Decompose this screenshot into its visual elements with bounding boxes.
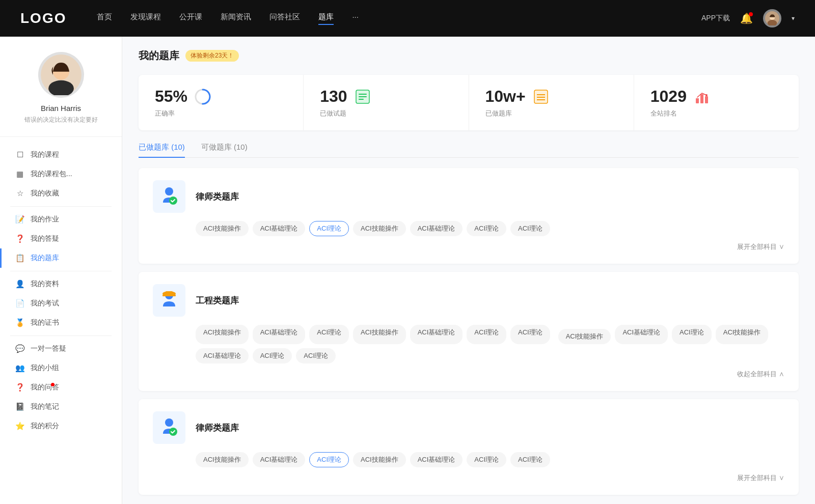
notes-icon: 📓: [15, 402, 24, 411]
sidebar-item-certificate[interactable]: 🏅 我的证书: [0, 313, 122, 332]
questions-icon: ❓: [15, 383, 24, 392]
qbank-tags-lawyer-2: ACI技能操作 ACI基础理论 ACI理论 ACI技能操作 ACI基础理论 AC…: [153, 452, 784, 467]
nav-questionbank[interactable]: 题库: [318, 12, 334, 25]
tag-eng-2[interactable]: ACI理论: [309, 325, 349, 344]
tag-eng-13[interactable]: ACI理论: [296, 348, 336, 363]
stat-label-bd: 已做题库: [485, 109, 617, 118]
tag-lawyer2-6[interactable]: ACI理论: [510, 452, 550, 467]
svg-point-29: [165, 418, 173, 427]
sidebar-item-mycourse[interactable]: ☐ 我的课程: [0, 145, 122, 164]
tag-eng-11[interactable]: ACI基础理论: [196, 348, 249, 363]
sidebar-item-questions[interactable]: ❓ 我的问答: [0, 378, 122, 397]
sidebar-item-qa[interactable]: ❓ 我的答疑: [0, 229, 122, 248]
nav-home[interactable]: 首页: [97, 12, 112, 25]
svg-rect-20: [700, 94, 703, 103]
sidebar-item-questionbank[interactable]: 📋 我的题库: [0, 248, 122, 268]
stats-row: 55% 正确率 130: [139, 75, 799, 130]
stat-questions-done: 130 已做试题: [304, 75, 469, 130]
sidebar-item-coursepackage[interactable]: ▦ 我的课程包...: [0, 164, 122, 184]
tag-lawyer1-6[interactable]: ACI理论: [510, 221, 550, 236]
nav-qa[interactable]: 问答社区: [269, 12, 300, 25]
logo: LOGO: [20, 10, 66, 26]
expand-btn-lawyer-2[interactable]: 展开全部科目 ∨: [737, 473, 784, 483]
tag-lawyer1-1[interactable]: ACI基础理论: [253, 221, 306, 236]
svg-rect-19: [696, 98, 699, 103]
tab-available[interactable]: 可做题库 (10): [201, 143, 248, 157]
page-header: 我的题库 体验剩余23天！: [139, 49, 799, 63]
tag-lawyer1-3[interactable]: ACI技能操作: [353, 221, 406, 236]
tag-lawyer1-2[interactable]: ACI理论: [309, 221, 349, 236]
tag-eng-4[interactable]: ACI基础理论: [410, 325, 463, 344]
notification-dot: [749, 12, 753, 16]
qbank-title-lawyer-1: 律师类题库: [196, 191, 239, 203]
tag-lawyer1-0[interactable]: ACI技能操作: [196, 221, 249, 236]
stat-icon-accuracy: [194, 88, 212, 106]
nav-news[interactable]: 新闻资讯: [221, 12, 251, 25]
avatar: [38, 52, 84, 98]
tag-lawyer2-5[interactable]: ACI理论: [467, 452, 506, 467]
tag-eng-12[interactable]: ACI理论: [253, 348, 292, 363]
stat-value-qd: 130: [320, 87, 347, 106]
tag-eng-5[interactable]: ACI理论: [467, 325, 506, 344]
nav-menu: 首页 发现课程 公开课 新闻资讯 问答社区 题库 ···: [97, 12, 701, 25]
coursepackage-icon: ▦: [15, 170, 24, 179]
tag-eng-8[interactable]: ACI基础理论: [615, 325, 668, 344]
tag-eng-6[interactable]: ACI理论: [510, 325, 550, 344]
tag-eng-9[interactable]: ACI理论: [672, 325, 712, 344]
tag-eng-10[interactable]: ACI技能操作: [716, 325, 769, 344]
sidebar-item-exam[interactable]: 📄 我的考试: [0, 294, 122, 313]
stat-icon-rank: [693, 88, 711, 106]
nav-opencourse[interactable]: 公开课: [179, 12, 202, 25]
tag-lawyer2-1[interactable]: ACI基础理论: [253, 452, 306, 467]
nav-more[interactable]: ···: [352, 12, 359, 25]
sidebar-item-private-qa[interactable]: 💬 一对一答疑: [0, 339, 122, 358]
sidebar-item-notes[interactable]: 📓 我的笔记: [0, 397, 122, 416]
nav-discover[interactable]: 发现课程: [130, 12, 161, 25]
stat-top-bd: 10w+: [485, 87, 617, 106]
tag-eng-0[interactable]: ACI技能操作: [196, 325, 249, 344]
stat-value-accuracy: 55%: [155, 87, 187, 106]
qbank-card-engineer: 工程类题库 ACI技能操作 ACI基础理论 ACI理论 ACI技能操作 ACI基…: [139, 272, 799, 391]
tag-eng-1[interactable]: ACI基础理论: [253, 325, 306, 344]
homework-icon: 📝: [15, 215, 24, 224]
tab-done[interactable]: 已做题库 (10): [139, 143, 185, 157]
tag-lawyer2-0[interactable]: ACI技能操作: [196, 452, 249, 467]
user-avatar[interactable]: [763, 9, 781, 27]
tab-row: 已做题库 (10) 可做题库 (10): [139, 143, 799, 158]
tag-lawyer1-4[interactable]: ACI基础理论: [410, 221, 463, 236]
tag-eng-7[interactable]: ACI技能操作: [558, 329, 611, 344]
qbank-title-engineer: 工程类题库: [196, 295, 239, 306]
profile-motto: 错误的决定比没有决定要好: [24, 116, 98, 124]
favorites-icon: ☆: [15, 189, 24, 198]
qa-icon: ❓: [15, 234, 24, 243]
stat-top-qd: 130: [320, 87, 452, 106]
group-icon: 👥: [15, 363, 24, 373]
sidebar-item-profile[interactable]: 👤 我的资料: [0, 274, 122, 294]
stat-top-accuracy: 55%: [155, 87, 287, 106]
sidebar-item-points[interactable]: ⭐ 我的积分: [0, 416, 122, 436]
mycourse-icon: ☐: [15, 150, 24, 159]
qbank-header-engineer: 工程类题库: [153, 284, 784, 317]
tag-lawyer2-3[interactable]: ACI技能操作: [353, 452, 406, 467]
sidebar: Brian Harris 错误的决定比没有决定要好 ☐ 我的课程 ▦ 我的课程包…: [0, 37, 122, 504]
tag-lawyer1-5[interactable]: ACI理论: [467, 221, 506, 236]
tag-lawyer2-4[interactable]: ACI基础理论: [410, 452, 463, 467]
private-qa-icon: 💬: [15, 344, 24, 353]
expand-btn-engineer[interactable]: 收起全部科目 ∧: [737, 370, 784, 379]
sidebar-item-group[interactable]: 👥 我的小组: [0, 358, 122, 378]
stat-top-rank: 1029: [650, 87, 782, 106]
sidebar-item-homework[interactable]: 📝 我的作业: [0, 210, 122, 229]
navbar: LOGO 首页 发现课程 公开课 新闻资讯 问答社区 题库 ··· APP下载 …: [0, 0, 815, 37]
tag-eng-3[interactable]: ACI技能操作: [353, 325, 406, 344]
app-download-btn[interactable]: APP下载: [701, 14, 730, 23]
qbank-icon-engineer: [153, 284, 185, 317]
stat-accuracy: 55% 正确率: [139, 75, 304, 130]
stat-value-bd: 10w+: [485, 87, 526, 106]
qbank-card-lawyer-2: 律师类题库 ACI技能操作 ACI基础理论 ACI理论 ACI技能操作 ACI基…: [139, 399, 799, 495]
tag-lawyer2-2[interactable]: ACI理论: [309, 452, 349, 467]
expand-btn-lawyer-1[interactable]: 展开全部科目 ∨: [737, 242, 784, 251]
qbank-header-lawyer-2: 律师类题库: [153, 411, 784, 444]
user-dropdown-arrow[interactable]: ▾: [792, 15, 795, 22]
notification-bell[interactable]: 🔔: [740, 12, 753, 24]
sidebar-item-favorites[interactable]: ☆ 我的收藏: [0, 184, 122, 203]
